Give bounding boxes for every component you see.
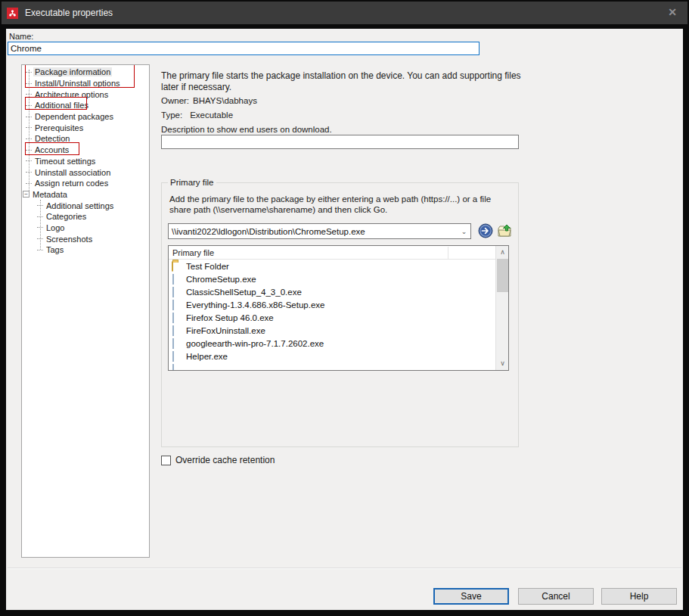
go-button[interactable]: [478, 223, 493, 238]
path-combobox[interactable]: \\ivanti2022\ldlogon\Distribution\Chrome…: [168, 223, 471, 239]
tree-item-dependent-packages[interactable]: Dependent packages: [22, 111, 149, 123]
folder-icon: [172, 262, 182, 271]
window-title: Executable properties: [25, 8, 113, 18]
description-input[interactable]: [161, 135, 519, 149]
override-cache-label: Override cache retention: [175, 455, 275, 465]
tree-item-screenshots[interactable]: Screenshots: [22, 233, 149, 244]
scrollbar-thumb[interactable]: [497, 259, 508, 292]
primary-file-instructions: Add the primary file to the package by e…: [169, 194, 508, 215]
override-cache-checkbox[interactable]: [161, 456, 171, 465]
list-item-everything-setup[interactable]: Everything-1.3.4.686.x86-Setup.exe: [169, 298, 508, 311]
tree-item-prerequisites[interactable]: Prerequisites: [22, 122, 149, 133]
dialog-content: Name: Package information Install/Uninst…: [6, 29, 683, 610]
type-line: Type:Executable: [161, 110, 233, 120]
browse-folder-up-icon[interactable]: [497, 223, 512, 238]
list-item-test-folder[interactable]: Test Folder: [169, 260, 508, 272]
type-value: Executable: [190, 110, 233, 120]
footer-separator: [8, 568, 681, 569]
list-column-header[interactable]: Primary file: [169, 246, 508, 260]
tree-connector-line: [40, 200, 41, 250]
tree-item-timeout-settings[interactable]: Timeout settings: [22, 156, 149, 167]
scroll-up-icon[interactable]: ∧: [496, 246, 509, 259]
column-divider: [448, 247, 448, 259]
list-item-googleearth[interactable]: googleearth-win-pro-7.1.7.2602.exe: [169, 337, 508, 350]
tree-item-tags[interactable]: Tags: [22, 244, 149, 256]
file-icon: [172, 313, 182, 322]
help-button[interactable]: Help: [601, 588, 677, 605]
close-icon[interactable]: ✕: [668, 6, 677, 18]
name-input[interactable]: [8, 42, 480, 55]
tree-item-logo[interactable]: Logo: [22, 222, 149, 234]
file-icon: [172, 288, 182, 297]
file-icon: [172, 352, 182, 361]
primary-file-groupbox: Primary file Add the primary file to the…: [161, 182, 519, 447]
tree-item-additional-settings[interactable]: Additional settings: [22, 200, 149, 211]
list-item-firefox-setup[interactable]: Firefox Setup 46.0.exe: [169, 311, 508, 324]
override-cache-row: Override cache retention: [161, 455, 275, 465]
save-button[interactable]: Save: [433, 588, 509, 605]
list-item-chromesetup[interactable]: ChromeSetup.exe: [169, 272, 508, 285]
scroll-down-icon[interactable]: ∨: [496, 357, 509, 370]
tree-item-assign-return-codes[interactable]: Assign return codes: [22, 178, 149, 189]
annotation-box-accounts: [25, 142, 79, 155]
annotation-box-package-install: [25, 64, 135, 88]
settings-tree: Package information Install/Uninstall op…: [21, 64, 150, 558]
file-icon: [172, 326, 182, 335]
list-scrollbar[interactable]: ∧ ∨: [495, 246, 508, 370]
tree-item-categories[interactable]: Categories: [22, 211, 149, 222]
tree-item-metadata[interactable]: −Metadata: [22, 189, 149, 201]
description-label: Description to show end users on downloa…: [161, 125, 332, 134]
owner-value: BHAYS\dabhays: [193, 96, 257, 105]
list-item-firefoxuninstall[interactable]: FireFoxUninstall.exe: [169, 324, 508, 337]
file-icon: [172, 275, 182, 284]
name-label: Name:: [9, 32, 33, 41]
ivanti-logo-icon: [7, 8, 18, 19]
owner-line: Owner:BHAYS\dabhays: [161, 96, 257, 105]
title-bar: Executable properties ✕: [2, 2, 687, 24]
tree-connector-line: [29, 70, 29, 195]
type-label: Type:: [161, 110, 182, 120]
file-icon: [172, 365, 182, 372]
primary-file-intro-text: The primary file starts the package inst…: [161, 70, 526, 93]
file-icon: [172, 300, 182, 310]
owner-label: Owner:: [161, 96, 189, 105]
list-item-classicshellsetup[interactable]: ClassicShellSetup_4_3_0.exe: [169, 285, 508, 298]
list-item-helper[interactable]: Helper.exe: [169, 350, 508, 362]
groupbox-title: Primary file: [168, 178, 216, 187]
annotation-box-additional-files: [25, 97, 87, 110]
primary-file-list: Primary file Test Folder ChromeSetup.exe…: [168, 245, 509, 371]
cancel-button[interactable]: Cancel: [518, 588, 594, 605]
tree-item-uninstall-association[interactable]: Uninstall association: [22, 166, 149, 178]
file-icon: [172, 339, 182, 348]
list-item-clipped[interactable]: [169, 362, 508, 371]
chevron-down-icon[interactable]: ⌄: [458, 228, 470, 235]
path-value: \\ivanti2022\ldlogon\Distribution\Chrome…: [169, 227, 458, 236]
